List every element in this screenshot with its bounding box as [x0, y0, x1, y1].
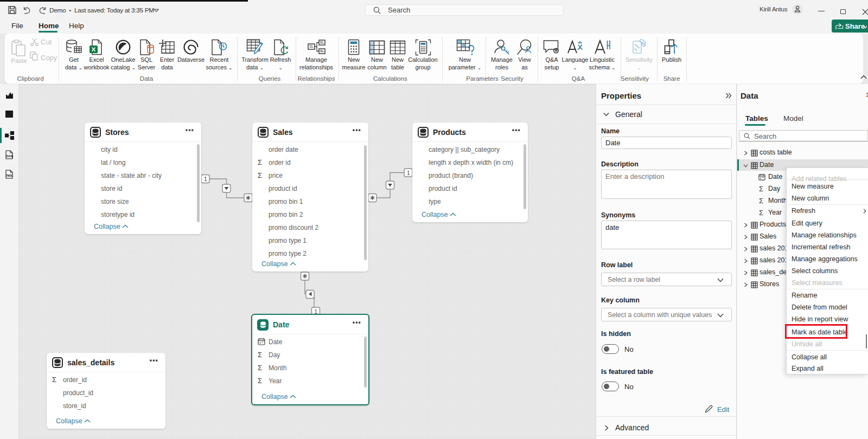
svg-text:1: 1: [204, 176, 207, 182]
svg-text:1: 1: [407, 170, 410, 176]
